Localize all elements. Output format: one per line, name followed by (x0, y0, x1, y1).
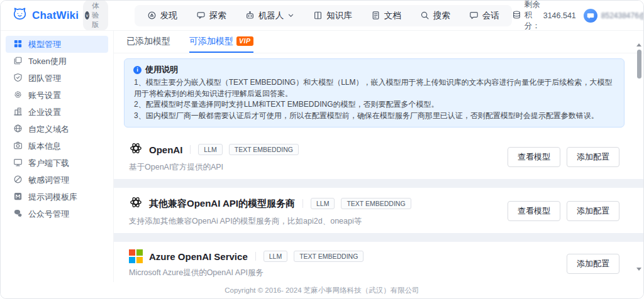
model-tag: LLM (198, 144, 222, 155)
scroll-down-arrow[interactable] (636, 268, 641, 271)
sidebar-item-official-account-management[interactable]: 公众号管理 (6, 205, 108, 222)
model-description: 支持添加其他兼容OpenAi API的模型服务商，比如api2d、oneapi等 (129, 216, 411, 227)
content-area: i 使用说明 1、模型主要分为嵌入模型（TEXT EMBEDDING）和大模型（… (114, 53, 643, 282)
usage-notice-title: i 使用说明 (133, 64, 615, 75)
trial-version-badge: v 体验版 (83, 0, 108, 31)
template-icon (13, 192, 23, 203)
nav-item-label: 搜索 (433, 10, 450, 21)
scroll-up-arrow[interactable] (636, 43, 641, 46)
nav-item-explore[interactable]: 探索 (196, 10, 226, 21)
nav-item-session[interactable]: 会话 (469, 10, 499, 21)
sidebar: 模型管理Token使用团队管理账号设置企业设置自定义域名版本信息客户端下载敏感词… (1, 31, 114, 282)
add-config-button[interactable]: 添加配置 (567, 147, 619, 167)
model-tabs: 已添加模型可添加模型VIP (114, 31, 643, 53)
model-name: OpenAI (149, 144, 182, 155)
sidebar-item-version-info[interactable]: 版本信息 (6, 138, 108, 155)
nav-item-search[interactable]: 搜索 (420, 10, 450, 21)
model-card-actions: 查看模型添加配置 (508, 201, 619, 221)
user-menu[interactable]: 852438476@qq.com (584, 9, 644, 23)
remaining-credits: 剩余积分： 3146.541 (512, 0, 576, 31)
sidebar-item-custom-domain[interactable]: 自定义域名 (6, 121, 108, 138)
tab-available-models[interactable]: 可添加模型VIP (189, 31, 253, 53)
model-tag: TEXT EMBEDDING (294, 251, 364, 262)
top-navbar: ChatWiki v 体验版 发现探索机器人知识库文档搜索会话 剩余积分： 31… (1, 1, 643, 31)
add-config-button[interactable]: 添加配置 (567, 254, 619, 274)
usage-notice-line: 3、国内模型厂商一般都需要认证后才可使用，所以在配置模型前，确保在模型服务厂商那… (133, 111, 615, 122)
app-window: ChatWiki v 体验版 发现探索机器人知识库文档搜索会话 剩余积分： 31… (0, 0, 644, 299)
nav-item-label: 探索 (209, 10, 226, 21)
nav-item-label: 机器人 (258, 10, 284, 21)
chatwiki-logo-icon (12, 6, 28, 24)
sidebar-item-label: 模型管理 (28, 39, 61, 50)
discover-icon (147, 11, 157, 20)
sidebar-item-label: 提示词模板库 (28, 192, 77, 203)
model-tag: TEXT EMBEDDING (229, 144, 299, 155)
credits-value: 3146.541 (543, 11, 576, 20)
sidebar-item-label: 公众号管理 (28, 209, 69, 220)
vertical-scrollbar[interactable] (636, 43, 642, 271)
model-title-row: OpenAILLMTEXT EMBEDDING (129, 141, 299, 158)
sidebar-item-label: 客户端下载 (28, 158, 69, 169)
user-email: 852438476@qq.com (601, 11, 644, 20)
sidebar-item-token-usage[interactable]: Token使用 (6, 53, 108, 70)
microsoft-logo-square (129, 249, 135, 256)
model-title-row: Azure OpenAI ServiceLLMTEXT EMBEDDING (129, 249, 364, 263)
nav-item-knowledge-base[interactable]: 知识库 (313, 10, 352, 21)
usage-notice-line: 1、模型主要分为嵌入模型（TEXT EMBEDDING）和大模型（LLM），嵌入… (133, 77, 615, 99)
nav-item-docs[interactable]: 文档 (371, 10, 401, 21)
model-name: Azure OpenAI Service (149, 251, 248, 262)
scrollbar-thumb[interactable] (637, 50, 641, 79)
sidebar-item-label: 版本信息 (28, 141, 61, 152)
tab-label: 已添加模型 (126, 36, 170, 47)
sidebar-item-prompt-template-library[interactable]: 提示词模板库 (6, 188, 108, 205)
sidebar-item-label: 敏感词管理 (28, 175, 69, 186)
sidebar-item-team-management[interactable]: 团队管理 (6, 70, 108, 87)
tab-added-models[interactable]: 已添加模型 (126, 31, 170, 53)
trial-badge-icon: v (85, 11, 89, 19)
sidebar-item-account-settings[interactable]: 账号设置 (6, 87, 108, 104)
divider (303, 199, 303, 208)
microsoft-logo-square (129, 257, 135, 263)
microsoft-logo (129, 249, 143, 263)
divider (190, 145, 191, 154)
chat-icon (469, 11, 479, 20)
sidebar-item-client-download[interactable]: 客户端下载 (6, 155, 108, 171)
sidebar-item-enterprise-settings[interactable]: 企业设置 (6, 104, 108, 121)
chevron-down-icon (287, 12, 294, 19)
divider (255, 252, 256, 261)
view-models-button[interactable]: 查看模型 (508, 147, 560, 167)
nav-item-label: 知识库 (326, 10, 352, 21)
sidebar-item-label: 自定义域名 (28, 124, 69, 135)
main-panel: 已添加模型可添加模型VIP i 使用说明 1、模型主要分为嵌入模型（TEXT E… (114, 31, 643, 282)
model-card-info: OpenAILLMTEXT EMBEDDING基于OpenAI官方提供的API (129, 141, 299, 173)
model-card-info: Azure OpenAI ServiceLLMTEXT EMBEDDINGMic… (129, 249, 364, 278)
search-icon (420, 11, 430, 20)
view-models-button[interactable]: 查看模型 (508, 201, 560, 221)
sidebar-item-model-management[interactable]: 模型管理 (6, 36, 108, 53)
forbidden-icon (13, 175, 23, 186)
brand[interactable]: ChatWiki v 体验版 (12, 0, 108, 31)
model-description: 基于OpenAI官方提供的API (129, 162, 299, 173)
add-config-button[interactable]: 添加配置 (567, 201, 619, 221)
nav-item-label: 会话 (482, 10, 499, 21)
token-icon (13, 56, 23, 67)
model-description: Microsoft Azure提供的OpenAI API服务 (129, 268, 364, 278)
credits-label: 剩余积分： (525, 0, 540, 31)
building-icon (13, 107, 23, 118)
tab-label: 可添加模型 (189, 36, 233, 47)
knowledge-icon (313, 11, 323, 20)
openai-logo (129, 195, 143, 212)
nav-item-label: 发现 (160, 10, 177, 21)
vip-badge: VIP (236, 36, 253, 46)
nav-item-robot[interactable]: 机器人 (245, 10, 295, 21)
copyright-text: Copyright © 2016- 2024 芝麻小事网络科技（武汉）有限公司 (225, 286, 419, 295)
sidebar-item-sensitive-words[interactable]: 敏感词管理 (6, 171, 108, 188)
sidebar-item-label: 团队管理 (28, 73, 61, 84)
microsoft-logo-square (136, 249, 143, 256)
info-icon: i (133, 66, 142, 74)
model-card-actions: 查看模型添加配置 (508, 147, 619, 167)
brand-name: ChatWiki (32, 9, 79, 22)
robot-icon (245, 11, 255, 20)
sidebar-item-label: Token使用 (28, 56, 67, 67)
nav-item-discover[interactable]: 发现 (147, 10, 177, 21)
